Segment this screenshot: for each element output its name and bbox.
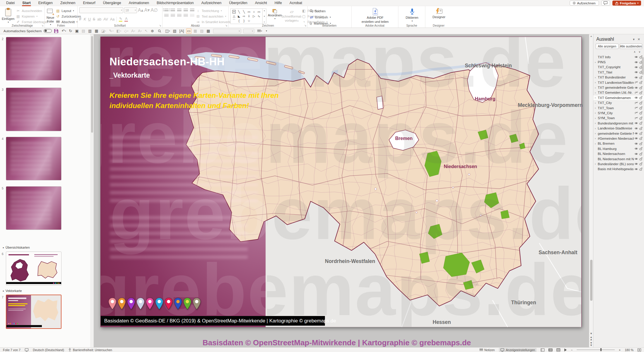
record-button[interactable]: Aufzeichnen [570, 1, 599, 6]
visibility-toggle-icon[interactable] [634, 142, 638, 145]
shape-icon[interactable]: ☆ [248, 19, 250, 23]
reading-view-button[interactable] [556, 348, 560, 351]
lock-icon[interactable] [638, 157, 643, 160]
show-all-button[interactable]: Alle anzeigen [596, 44, 619, 49]
menu-tab[interactable]: Übergänge [99, 0, 125, 6]
shape-icon[interactable]: ⌒ [232, 19, 236, 23]
align-left-icon[interactable] [164, 14, 169, 17]
language-button[interactable]: Deutsch (Deutschland) [33, 348, 64, 352]
menu-tab[interactable]: Ansicht [251, 0, 271, 6]
layer-row[interactable]: Bundesländer (BL) sonstige [593, 161, 644, 166]
increase-indent-icon[interactable] [184, 8, 188, 12]
layer-row[interactable]: TXT Gemeindenamen [593, 95, 644, 100]
zoom-level[interactable]: 180 % [625, 348, 633, 352]
lock-icon[interactable] [638, 142, 643, 145]
lock-icon[interactable] [638, 86, 643, 89]
highlighter-icon[interactable]: ◫▾ [164, 28, 171, 34]
visibility-toggle-icon[interactable] [634, 81, 638, 84]
selection-box-icon[interactable]: ▭▾ [186, 28, 191, 34]
expand-chevron-icon[interactable] [595, 81, 598, 84]
layer-row[interactable]: TXT Info [593, 54, 644, 59]
dialog-launcher-icon[interactable]: ↘ [159, 24, 161, 27]
slide-indicator[interactable]: Folie 7 von 7 [3, 348, 20, 352]
slide-thumbnail-5[interactable] [6, 186, 61, 230]
display-settings-button[interactable]: Anzeigeeinstellungen [499, 348, 537, 352]
shape-icon[interactable]: ⇩ [248, 14, 250, 18]
decrease-font-button[interactable]: A▾ [144, 8, 150, 13]
redo-icon[interactable]: ↻▾ [68, 28, 73, 34]
dialog-launcher-icon[interactable]: ↘ [41, 24, 44, 27]
columns-icon[interactable] [190, 14, 194, 17]
visibility-toggle-icon[interactable] [634, 127, 638, 130]
lock-icon[interactable] [638, 137, 643, 140]
numbering-icon[interactable] [171, 8, 175, 12]
shape-fill-icon[interactable]: ◧▾ [115, 28, 122, 34]
layer-row[interactable]: #Gemeinden Niedersachsen [593, 136, 644, 141]
expand-chevron-icon[interactable] [595, 127, 598, 130]
slide-title[interactable]: Niedersachsen-HB-HH [109, 56, 225, 68]
comments-button[interactable] [601, 1, 610, 6]
zoom-slider[interactable] [577, 350, 615, 350]
move-shape-icon[interactable]: ⊕▾ [150, 28, 155, 34]
layer-row[interactable]: TXT_City [593, 100, 644, 105]
align-center-icon[interactable] [171, 14, 175, 17]
normal-view-button[interactable] [541, 348, 544, 351]
menu-tab[interactable]: Aufzeichnen [198, 0, 225, 6]
shapes-scroll[interactable]: ▴▾≡ [263, 8, 266, 24]
layer-row[interactable]: TXT Bundesländer [593, 75, 644, 80]
lock-icon[interactable] [638, 111, 643, 115]
visibility-toggle-icon[interactable] [634, 117, 638, 120]
layer-row[interactable]: TXT_Titel [593, 70, 644, 75]
fit-to-window-button[interactable] [638, 348, 641, 351]
layer-row[interactable]: Bundeslandgrenzen mit Ho… [593, 121, 644, 126]
cut-button[interactable]: ✂Ausschneiden [16, 8, 48, 13]
shape-icon[interactable]: ◣ [238, 14, 240, 18]
create-pdf-button[interactable]: Adobe PDF erstellen und teilen [356, 7, 394, 23]
menu-tab[interactable]: Hilfe [271, 0, 286, 6]
section-header-vector[interactable]: Vektorkarte [3, 289, 22, 293]
expand-chevron-icon[interactable] [595, 76, 598, 79]
chevron-down-icon[interactable]: ▾ [631, 37, 636, 41]
undo-icon[interactable]: ↶▾ [61, 28, 67, 34]
slide-thumbnail-6[interactable] [6, 252, 61, 286]
move-down-icon[interactable]: ∨ [638, 50, 640, 53]
shape-icon[interactable]: ▷ [253, 14, 255, 18]
expand-chevron-icon[interactable] [595, 86, 598, 89]
text-box-icon[interactable]: [A]▾ [179, 28, 185, 34]
canvas-scrollbar[interactable]: ▲ ▼ ▲▲ ▼▼ [589, 34, 593, 347]
paste-button[interactable]: Einfügen▾ [2, 7, 14, 23]
lock-icon[interactable] [638, 81, 643, 84]
slide-subtitle[interactable]: _Vektorkarte [109, 71, 150, 79]
expand-chevron-icon[interactable] [595, 96, 598, 99]
change-case-button[interactable]: Aa [110, 18, 114, 21]
shape-icon[interactable]: { [239, 19, 240, 23]
lock-icon[interactable] [638, 147, 643, 150]
lock-icon[interactable] [638, 96, 643, 99]
layer-row[interactable]: TXT_Copyright [593, 65, 644, 70]
zoom-slider-thumb[interactable] [600, 348, 602, 351]
menu-tab[interactable]: Zeichnen [56, 0, 79, 6]
expand-chevron-icon[interactable] [595, 122, 598, 125]
picture-icon[interactable]: ▩▾ [206, 28, 211, 34]
lock-icon[interactable] [638, 91, 643, 94]
shape-icon[interactable]: ╲ [243, 10, 245, 13]
placeholder-a-icon[interactable]: ▦▾ [193, 28, 198, 34]
export-notes-icon[interactable]: ▧▾ [172, 28, 177, 34]
visibility-toggle-icon[interactable] [634, 101, 638, 105]
strikethrough-button[interactable]: S [93, 18, 95, 21]
scroll-up-icon[interactable]: ▲ [589, 34, 593, 38]
layer-row[interactable]: BL Bremen [593, 141, 644, 146]
qat-font-name-select[interactable]: ▾ [213, 29, 241, 33]
clear-formatting-button[interactable]: A∅ [150, 8, 158, 13]
visibility-toggle-icon[interactable] [634, 132, 638, 135]
visibility-toggle-icon[interactable] [634, 71, 638, 74]
placeholder-b-icon[interactable]: ▨▾ [199, 28, 204, 34]
visibility-toggle-icon[interactable] [634, 91, 638, 94]
notes-button[interactable]: Notizen [479, 348, 495, 352]
layer-row[interactable]: TXT Landkreise/Stadtkreise [593, 80, 644, 85]
shape-icon[interactable]: ∿ [258, 14, 260, 18]
lock-icon[interactable] [638, 168, 643, 171]
share-button[interactable]: Freigeben ▾ [612, 1, 641, 6]
expand-chevron-icon[interactable] [595, 162, 598, 165]
line-spacing-icon[interactable] [190, 8, 194, 12]
